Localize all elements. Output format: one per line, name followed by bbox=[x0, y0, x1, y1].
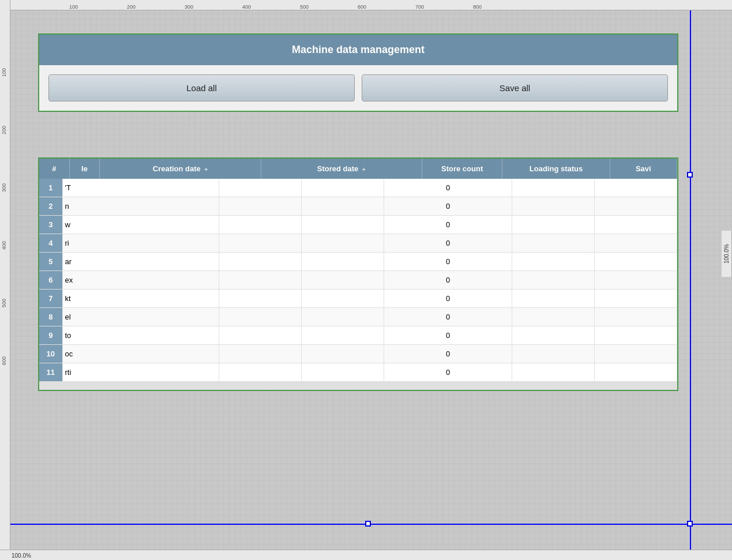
cell-store-count: 0 bbox=[384, 216, 512, 234]
col-header-stored[interactable]: Stored date ÷ bbox=[261, 159, 422, 179]
cell-stored-date bbox=[302, 216, 384, 234]
table-row[interactable]: 6ex0 bbox=[39, 271, 677, 290]
horizontal-scrollbar[interactable] bbox=[39, 382, 677, 390]
ruler-tick-800: 800 bbox=[472, 4, 482, 10]
table-row[interactable]: 4ri0 bbox=[39, 234, 677, 253]
cell-creation-date bbox=[219, 271, 302, 290]
col-header-name: Ie bbox=[69, 159, 99, 179]
buttons-row: Load all Save all bbox=[39, 65, 677, 111]
cell-store-count: 0 bbox=[384, 363, 512, 382]
col-header-count: Store count bbox=[422, 159, 502, 179]
cell-name: el bbox=[62, 308, 219, 326]
cell-stored-date bbox=[302, 345, 384, 363]
ruler-tick-400: 400 bbox=[241, 4, 251, 10]
save-all-button[interactable]: Save all bbox=[362, 74, 668, 102]
cell-save bbox=[595, 197, 677, 216]
cell-stored-date bbox=[302, 197, 384, 216]
cell-row-num: 10 bbox=[39, 345, 62, 363]
cell-name: ar bbox=[62, 253, 219, 271]
table-row[interactable]: 5ar0 bbox=[39, 253, 677, 271]
col-header-creation[interactable]: Creation date ÷ bbox=[100, 159, 261, 179]
ruler-tick-700: 700 bbox=[414, 4, 424, 10]
table-row[interactable]: 10oc0 bbox=[39, 345, 677, 363]
data-table-container: # Ie Creation date ÷ Stored date ÷ Store… bbox=[38, 157, 678, 391]
cell-creation-date bbox=[219, 197, 302, 216]
cell-row-num: 3 bbox=[39, 216, 62, 234]
table-row[interactable]: 7kt0 bbox=[39, 290, 677, 308]
cell-stored-date bbox=[302, 271, 384, 290]
cell-stored-date bbox=[302, 179, 384, 197]
table-row[interactable]: 1'T0 bbox=[39, 179, 677, 197]
cell-loading-status bbox=[512, 363, 595, 382]
blue-line-vertical bbox=[690, 10, 691, 550]
data-table-header: # Ie Creation date ÷ Stored date ÷ Store… bbox=[39, 159, 677, 179]
cell-store-count: 0 bbox=[384, 326, 512, 345]
cell-creation-date bbox=[219, 308, 302, 326]
cell-loading-status bbox=[512, 271, 595, 290]
panel-header: Machine data management bbox=[39, 35, 677, 65]
blue-handle-bottom-right[interactable] bbox=[687, 521, 693, 527]
cell-row-num: 1 bbox=[39, 179, 62, 197]
cell-loading-status bbox=[512, 234, 595, 253]
cell-row-num: 7 bbox=[39, 290, 62, 308]
load-all-button[interactable]: Load all bbox=[48, 74, 355, 102]
zoom-label-bottom: 100.0% bbox=[12, 553, 31, 559]
cell-loading-status bbox=[512, 216, 595, 234]
cell-row-num: 8 bbox=[39, 308, 62, 326]
ruler-tick-v-600: 600 bbox=[1, 356, 7, 365]
table-body-wrapper: 1'T02n03w04ri05ar06ex07kt08el09to010oc01… bbox=[39, 179, 677, 382]
cell-creation-date bbox=[219, 253, 302, 271]
cell-creation-date bbox=[219, 234, 302, 253]
cell-row-num: 6 bbox=[39, 271, 62, 290]
cell-stored-date bbox=[302, 290, 384, 308]
cell-name: 'T bbox=[62, 179, 219, 197]
table-row[interactable]: 8el0 bbox=[39, 308, 677, 326]
blue-handle-bottom-mid[interactable] bbox=[365, 521, 371, 527]
col-header-loading: Loading status bbox=[502, 159, 610, 179]
table-row[interactable]: 3w0 bbox=[39, 216, 677, 234]
cell-creation-date bbox=[219, 326, 302, 345]
ruler-tick-200: 200 bbox=[126, 4, 136, 10]
cell-save bbox=[595, 326, 677, 345]
cell-loading-status bbox=[512, 308, 595, 326]
cell-creation-date bbox=[219, 216, 302, 234]
ruler-tick-300: 300 bbox=[183, 4, 193, 10]
cell-save bbox=[595, 308, 677, 326]
col-header-save: Savi bbox=[610, 159, 677, 179]
cell-creation-date bbox=[219, 363, 302, 382]
blue-line-horizontal bbox=[10, 524, 732, 525]
cell-stored-date bbox=[302, 253, 384, 271]
cell-store-count: 0 bbox=[384, 234, 512, 253]
cell-row-num: 11 bbox=[39, 363, 62, 382]
table-row[interactable]: 11rti0 bbox=[39, 363, 677, 382]
main-panel: Machine data management Load all Save al… bbox=[38, 33, 678, 112]
cell-store-count: 0 bbox=[384, 308, 512, 326]
ruler-tick-600: 600 bbox=[356, 4, 366, 10]
cell-store-count: 0 bbox=[384, 271, 512, 290]
ruler-tick-v-200: 200 bbox=[1, 126, 7, 134]
cell-row-num: 9 bbox=[39, 326, 62, 345]
cell-save bbox=[595, 179, 677, 197]
panel-title: Machine data management bbox=[292, 44, 425, 55]
cell-store-count: 0 bbox=[384, 197, 512, 216]
ruler-tick-500: 500 bbox=[299, 4, 309, 10]
zoom-label-right: 100.0% bbox=[722, 231, 732, 277]
cell-name: kt bbox=[62, 290, 219, 308]
table-body-scroll[interactable]: 1'T02n03w04ri05ar06ex07kt08el09to010oc01… bbox=[39, 179, 677, 382]
table-row[interactable]: 9to0 bbox=[39, 326, 677, 345]
cell-save bbox=[595, 345, 677, 363]
blue-handle-right-mid[interactable] bbox=[687, 172, 693, 178]
cell-stored-date bbox=[302, 308, 384, 326]
ruler-tick-v-300: 300 bbox=[1, 183, 7, 192]
cell-loading-status bbox=[512, 197, 595, 216]
cell-creation-date bbox=[219, 290, 302, 308]
cell-save bbox=[595, 216, 677, 234]
ruler-tick-v-500: 500 bbox=[1, 299, 7, 307]
cell-name: rti bbox=[62, 363, 219, 382]
cell-stored-date bbox=[302, 363, 384, 382]
cell-stored-date bbox=[302, 326, 384, 345]
table-row[interactable]: 2n0 bbox=[39, 197, 677, 216]
cell-store-count: 0 bbox=[384, 253, 512, 271]
cell-loading-status bbox=[512, 345, 595, 363]
cell-loading-status bbox=[512, 326, 595, 345]
